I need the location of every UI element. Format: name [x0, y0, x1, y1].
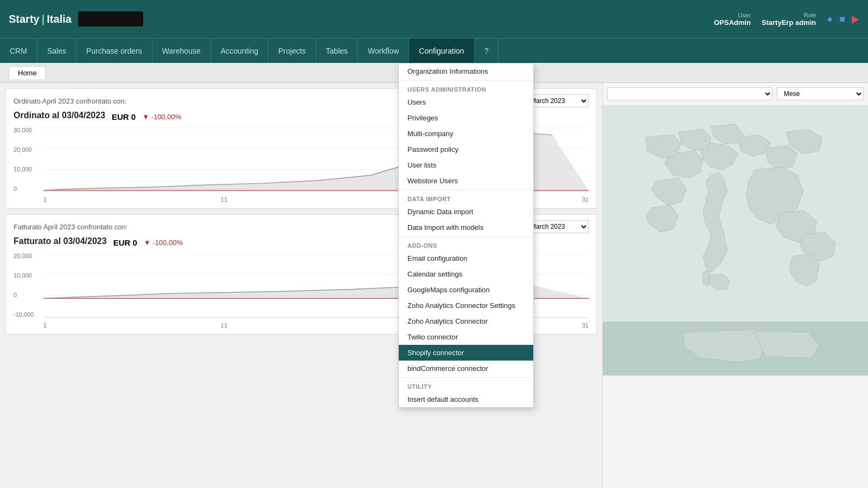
- dropdown-dynamic-data-import[interactable]: Dynamic Data import: [399, 204, 533, 220]
- dropdown-twilio-connector[interactable]: Twilio connector: [399, 329, 533, 345]
- sidebar-item-accounting[interactable]: Accounting: [211, 38, 269, 63]
- role-name: StartyErp admin: [762, 18, 816, 27]
- dropdown-data-import-models[interactable]: Data Import with models: [399, 220, 533, 235]
- dropdown-users-admin-label: USERS ADMINISTRATION: [399, 82, 533, 94]
- map-controls: Mese: [603, 83, 868, 105]
- dropdown-divider-4: [399, 377, 533, 378]
- sidebar-item-workflow[interactable]: Workflow: [358, 38, 409, 63]
- dropdown-add-ons-label: ADD-ONS: [399, 238, 533, 251]
- fatturato-amount: EUR 0: [113, 238, 137, 247]
- sidebar-item-sales[interactable]: Sales: [37, 38, 76, 63]
- ordinato-change: ▼ -100,00%: [142, 113, 181, 121]
- dropdown-user-lists[interactable]: User lists: [399, 157, 533, 173]
- dropdown-webstore-users[interactable]: Webstore Users: [399, 173, 533, 189]
- role-label: Role: [804, 12, 816, 18]
- logo: Starty | Italia: [9, 13, 72, 25]
- sidebar-item-warehouse[interactable]: Warehouse: [152, 38, 211, 63]
- search-input[interactable]: [78, 11, 143, 27]
- sidebar-item-purchase-orders[interactable]: Purchase orders: [76, 38, 152, 63]
- dropdown-email-configuration[interactable]: Email configuration: [399, 251, 533, 266]
- ordinato-main-title: Ordinato al 03/04/2023: [14, 111, 105, 120]
- dropdown-insert-default-accounts[interactable]: Insert default accounts: [399, 391, 533, 407]
- dropdown-multi-company[interactable]: Multi-company: [399, 126, 533, 142]
- role-info: Role StartyErp admin: [762, 12, 816, 27]
- sidebar-item-tables[interactable]: Tables: [316, 38, 358, 63]
- dropdown-googlemaps-configuration[interactable]: GoogleMaps configuration: [399, 282, 533, 298]
- folder-icon[interactable]: ■: [839, 14, 845, 25]
- map-visual: [603, 105, 868, 376]
- user-label: User: [738, 12, 751, 18]
- map-data-select[interactable]: [607, 87, 773, 100]
- dropdown-data-import-label: DATA IMPORT: [399, 191, 533, 204]
- dropdown-zoho-analytics-connector[interactable]: Zoho Analytics Connector: [399, 313, 533, 329]
- ordinato-title-label: Ordinato April 2023 confrontato con:: [14, 97, 126, 105]
- breadcrumb-tab[interactable]: Home: [9, 66, 46, 79]
- ordinato-amount: EUR 0: [112, 112, 136, 121]
- dropdown-calendar-settings[interactable]: Calendar settings: [399, 266, 533, 282]
- dropdown-zoho-analytics-settings[interactable]: Zoho Analytics Connector Settings: [399, 298, 533, 313]
- map-period-select[interactable]: Mese: [777, 87, 864, 100]
- map-area: Mese: [602, 83, 868, 488]
- logo-italia: Italia: [47, 13, 72, 25]
- sidebar-item-help[interactable]: ?: [475, 38, 499, 63]
- fatturato-main-title: Fatturato al 03/04/2023: [14, 236, 107, 246]
- dropdown-bindcommerce-connector[interactable]: bindCommerce connector: [399, 361, 533, 376]
- map-svg: [603, 105, 868, 376]
- topbar-icons: ● ■ ▶: [827, 13, 859, 25]
- logo-starty: Starty: [9, 13, 40, 25]
- ordinato-y-labels: 30,000 20,000 10,000 0: [14, 127, 41, 192]
- user-icon[interactable]: ●: [827, 14, 833, 25]
- dropdown-users[interactable]: Users: [399, 94, 533, 110]
- fatturato-y-labels: 20,000 10,000 0 -10,000: [14, 253, 41, 318]
- topbar: Starty | Italia User OPSAdmin Role Start…: [0, 0, 868, 38]
- logo-pipe: |: [42, 13, 45, 25]
- dropdown-divider-1: [399, 80, 533, 81]
- configuration-dropdown: Organization Informations USERS ADMINIST…: [398, 63, 534, 408]
- dropdown-divider-2: [399, 190, 533, 190]
- sidebar-item-crm[interactable]: CRM: [0, 38, 37, 63]
- topbar-right: User OPSAdmin Role StartyErp admin ● ■ ▶: [714, 12, 859, 27]
- dropdown-org-info[interactable]: Organization Informations: [399, 63, 533, 79]
- sidebar-item-configuration[interactable]: Configuration: [409, 38, 474, 63]
- fatturato-change: ▼ -100,00%: [144, 239, 183, 247]
- dropdown-divider-3: [399, 236, 533, 237]
- sidebar-item-projects[interactable]: Projects: [269, 38, 316, 63]
- dropdown-privileges[interactable]: Privileges: [399, 110, 533, 126]
- power-icon[interactable]: ▶: [852, 13, 859, 25]
- user-info: User OPSAdmin: [714, 12, 751, 27]
- navbar: CRM Sales Purchase orders Warehouse Acco…: [0, 38, 868, 63]
- dropdown-shopify-connector[interactable]: Shopify connector: [399, 345, 533, 361]
- user-name: OPSAdmin: [714, 18, 751, 27]
- dropdown-password-policy[interactable]: Password policy: [399, 142, 533, 157]
- fatturato-title-label: Fatturato April 2023 confrontato con:: [14, 223, 127, 231]
- dropdown-utility-label: UTILITY: [399, 379, 533, 391]
